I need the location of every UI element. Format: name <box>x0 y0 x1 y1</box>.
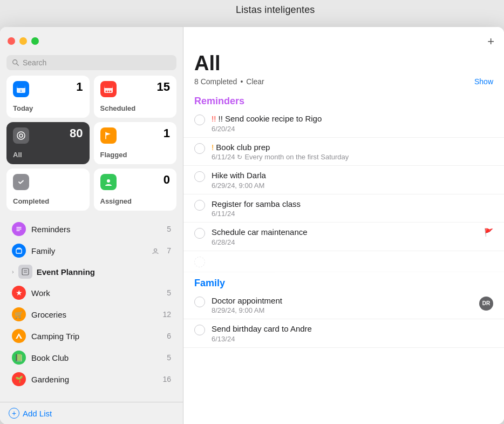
groceries-list-icon: 🛒 <box>12 307 26 321</box>
titlebar <box>0 27 183 55</box>
sidebar-item-camping[interactable]: Camping Trip 6 <box>3 325 180 347</box>
reminder-title: !! !! Send cookie recipe to Rigo <box>212 113 493 124</box>
reminder-item: Register for samba class 6/11/24 <box>183 194 504 223</box>
add-list-row[interactable]: + Add List <box>0 402 183 424</box>
family-list-icon <box>12 244 26 258</box>
flag-icon: 🚩 <box>484 228 493 237</box>
bookclub-list-icon: 📗 <box>12 351 26 365</box>
search-bar[interactable]: Search <box>6 55 176 70</box>
svg-line-1 <box>17 64 19 66</box>
clear-button[interactable]: Clear <box>246 77 264 86</box>
scheduled-count: 15 <box>157 81 170 93</box>
completed-count-text: 8 Completed <box>194 77 237 86</box>
reminder-checkbox[interactable] <box>194 228 205 239</box>
svg-rect-19 <box>22 268 29 275</box>
group-icon <box>18 265 32 279</box>
reminder-item-empty <box>183 251 504 272</box>
reminder-checkbox[interactable] <box>194 325 205 335</box>
add-list-icon: + <box>9 408 19 419</box>
smart-card-today[interactable]: 1 1 Today <box>6 76 90 118</box>
main-content: + All 8 Completed • Clear Show Reminders <box>183 27 504 424</box>
reminder-item: Send birthday card to Andre 6/13/24 <box>183 319 504 348</box>
reminder-checkbox-dashed[interactable] <box>194 257 205 267</box>
flagged-count: 1 <box>164 127 170 139</box>
group-event-planning[interactable]: › Event Planning <box>3 261 180 282</box>
sidebar-item-work[interactable]: ★ Work 5 <box>3 282 180 304</box>
close-button[interactable] <box>8 37 15 45</box>
assigned-count: 0 <box>164 174 170 186</box>
work-list-icon: ★ <box>12 286 26 300</box>
svg-point-8 <box>107 91 109 92</box>
reminder-checkbox[interactable] <box>194 200 205 211</box>
camping-list-icon <box>12 329 26 343</box>
gardening-name: Gardening <box>31 375 157 384</box>
reminder-content: Schedule car maintenance 6/28/24 <box>212 227 493 246</box>
reminder-checkbox[interactable] <box>194 171 205 182</box>
reminder-date: 6/11/24 <box>212 210 493 218</box>
svg-point-18 <box>154 249 157 252</box>
add-list-label: Add List <box>23 409 52 418</box>
reminder-content: Doctor appointment 8/29/24, 9:00 AM <box>212 295 493 315</box>
reminder-checkbox[interactable] <box>194 115 205 125</box>
svg-rect-3 <box>17 86 25 88</box>
svg-point-9 <box>110 91 111 92</box>
smart-card-grid: 1 1 Today <box>0 76 183 216</box>
reminders-name: Reminders <box>31 225 161 234</box>
reminder-item: ! Book club prep 6/11/24 ↻ Every month o… <box>183 138 504 166</box>
sidebar-item-bookclub[interactable]: 📗 Book Club 5 <box>3 347 180 368</box>
sidebar-item-reminders[interactable]: Reminders 5 <box>3 218 180 240</box>
minimize-button[interactable] <box>19 37 27 45</box>
smart-card-assigned[interactable]: 0 Assigned <box>94 169 177 211</box>
svg-point-10 <box>17 132 25 139</box>
reminder-title: Send birthday card to Andre <box>212 324 493 334</box>
search-icon <box>12 59 19 66</box>
reminder-item: Hike with Darla 6/29/24, 9:00 AM <box>183 166 504 194</box>
sidebar-item-gardening[interactable]: 🌱 Gardening 16 <box>3 368 180 390</box>
today-icon: 1 <box>13 81 29 97</box>
avatar-badge: DR <box>479 297 493 311</box>
svg-rect-17 <box>16 249 22 253</box>
maximize-button[interactable] <box>31 37 39 45</box>
sidebar-item-family[interactable]: Family 7 <box>3 240 180 261</box>
reminder-date: 6/11/24 ↻ Every month on the first Satur… <box>212 153 493 161</box>
reminder-date: 8/29/24, 9:00 AM <box>212 306 493 314</box>
reminder-content: ! Book club prep 6/11/24 ↻ Every month o… <box>212 142 493 161</box>
main-scroll-area: Reminders !! !! Send cookie recipe to Ri… <box>183 90 504 424</box>
reminders-count: 5 <box>167 225 171 233</box>
reminder-date: 6/29/24, 9:00 AM <box>212 181 493 190</box>
reminders-list-icon <box>12 222 26 236</box>
smart-card-scheduled[interactable]: 15 Scheduled <box>94 76 177 118</box>
svg-point-7 <box>105 91 107 92</box>
search-placeholder: Search <box>23 58 171 67</box>
gardening-list-icon: 🌱 <box>12 372 26 386</box>
groceries-count: 12 <box>162 310 171 319</box>
group-name: Event Planning <box>37 267 171 277</box>
reminder-checkbox[interactable] <box>194 143 205 154</box>
sidebar-item-groceries[interactable]: 🛒 Groceries 12 <box>3 304 180 325</box>
reminder-title: Schedule car maintenance <box>212 227 493 238</box>
reminder-checkbox[interactable] <box>194 297 205 307</box>
svg-point-11 <box>19 134 23 137</box>
bullet-separator: • <box>240 77 243 86</box>
scheduled-icon <box>100 81 117 97</box>
show-button[interactable]: Show <box>474 77 493 86</box>
reminder-date: 6/28/24 <box>212 238 493 246</box>
reminder-content: !! !! Send cookie recipe to Rigo 6/20/24 <box>212 113 493 133</box>
completed-icon <box>13 174 29 190</box>
all-count: 80 <box>70 127 83 139</box>
completed-bar: 8 Completed • Clear Show <box>183 75 504 90</box>
camping-count: 6 <box>167 332 171 340</box>
smart-card-flagged[interactable]: 1 Flagged <box>94 122 177 164</box>
scheduled-label: Scheduled <box>100 104 171 112</box>
reminder-title: Doctor appointment <box>212 295 493 306</box>
priority-icon: !! <box>212 114 219 123</box>
camping-name: Camping Trip <box>31 332 161 341</box>
app-window: Search 1 1 <box>0 27 504 424</box>
work-name: Work <box>31 288 161 298</box>
smart-card-all[interactable]: 80 All <box>6 122 90 164</box>
smart-card-completed[interactable]: Completed <box>6 169 90 211</box>
sidebar-list: Reminders 5 Family <box>0 216 183 400</box>
add-reminder-button[interactable]: + <box>487 36 494 48</box>
repeat-icon: ↻ <box>237 153 242 161</box>
assigned-icon <box>100 174 117 190</box>
